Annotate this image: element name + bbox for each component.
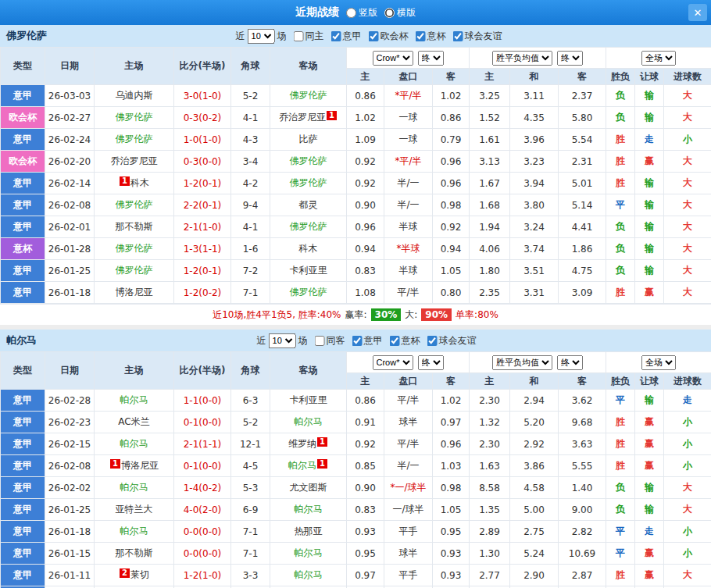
company-final-select[interactable]: 终 <box>418 355 444 370</box>
results-table: 类型日期主场比分(半场)角球客场Crow*终胜平负均值终全场主盘口客主和客胜负让… <box>0 47 711 304</box>
home-odds-cell: 0.92 <box>347 173 384 194</box>
sub-header: 胜负 <box>606 69 635 85</box>
filter-checkbox-label[interactable]: 意杯 <box>416 30 446 43</box>
team-name: 帕尔马 <box>0 333 37 347</box>
date-cell: 26-02-27 <box>45 107 95 129</box>
home-cell: 1博洛尼亚 <box>95 455 174 477</box>
filter-checkbox[interactable] <box>390 336 400 346</box>
close-button[interactable]: ✕ <box>688 4 707 21</box>
match-row: 意甲26-02-08佛罗伦萨2-2(0-1)9-4都灵0.90半/一0.981.… <box>1 194 711 216</box>
handicap-result-cell: 输 <box>635 107 664 129</box>
handicap-result-cell: 输 <box>635 260 664 282</box>
date-cell: 26-01-15 <box>45 543 95 565</box>
away-cell: 都灵 <box>270 194 347 216</box>
company-final-select[interactable]: 终 <box>418 51 444 66</box>
result-cell: 胜 <box>606 433 635 455</box>
avg-away-cell: 2.31 <box>559 151 606 173</box>
filter-checkbox[interactable] <box>453 31 463 41</box>
home-cell: 那不勒斯 <box>95 543 174 565</box>
sections-container: 佛罗伦萨近10场同主意甲欧会杯意杯球会友谊类型日期主场比分(半场)角球客场Cro… <box>0 25 711 588</box>
filter-checkbox-label[interactable]: 球会友谊 <box>453 30 502 43</box>
filter-bar: 近10场同客意甲意杯球会友谊 <box>257 333 477 348</box>
filter-checkbox-label[interactable]: 意甲 <box>331 30 362 43</box>
filter-checkbox-label[interactable]: 球会友谊 <box>427 334 477 347</box>
layout-option-horizontal[interactable]: 横版 <box>384 6 416 20</box>
recent-count-select[interactable]: 10 <box>248 29 275 44</box>
filter-checkbox-label[interactable]: 意甲 <box>352 334 383 347</box>
filter-checkbox-label[interactable]: 意杯 <box>390 334 420 347</box>
handicap-result-cell: 输 <box>635 173 664 194</box>
handicap-cell: 半/一 <box>384 173 433 194</box>
corner-cell: 5-2 <box>231 85 270 107</box>
away-cell: 卡利亚里 <box>270 260 347 282</box>
sub-header: 盘口 <box>384 69 433 85</box>
home-team-name: 乌迪内斯 <box>116 90 153 101</box>
avg-home-cell: 1.32 <box>470 412 510 433</box>
filter-checkbox-label[interactable]: 同客 <box>315 334 345 347</box>
avg-home-cell: 1.94 <box>470 216 510 238</box>
recent-count-select[interactable]: 10 <box>269 333 296 348</box>
filter-checkbox[interactable] <box>369 31 379 41</box>
home-cell: 乔治罗尼亚 <box>95 151 174 173</box>
avg-final-select[interactable]: 终 <box>557 51 583 66</box>
filter-checkbox-label[interactable]: 欧会杯 <box>369 30 409 43</box>
handicap-cell: 半球 <box>384 216 433 238</box>
away-team-name: 维罗纳 <box>288 438 316 449</box>
games-label: 场 <box>277 30 287 43</box>
summary-bar: 近10场,胜4平1负5, 胜率:40%赢率:30%大:90%单率:80% <box>0 304 711 325</box>
filter-checkbox[interactable] <box>315 336 325 346</box>
goals-cell: 大 <box>664 282 711 304</box>
home-odds-cell: 0.86 <box>347 390 384 412</box>
filter-checkbox[interactable] <box>331 31 341 41</box>
league-cell: 欧会杯 <box>1 151 45 173</box>
avg-draw-cell: 4.58 <box>510 477 559 499</box>
filter-checkbox[interactable] <box>427 336 438 346</box>
away-cell: 帕尔马 <box>270 499 347 521</box>
home-team-name: 帕尔马 <box>120 482 148 493</box>
home-cell: 帕尔马 <box>95 433 174 455</box>
scope-select[interactable]: 全场 <box>641 51 676 66</box>
filter-checkbox[interactable] <box>416 31 426 41</box>
red-card-badge: 1 <box>317 459 327 469</box>
layout-option-vertical[interactable]: 竖版 <box>346 6 377 20</box>
avg-away-cell: 5.55 <box>559 455 606 477</box>
avg-final-select[interactable]: 终 <box>557 355 583 370</box>
sub-header: 进球数 <box>664 373 711 390</box>
away-team-name: 佛罗伦萨 <box>290 90 327 101</box>
avg-away-cell: 9.68 <box>559 412 606 433</box>
away-odds-cell: 1.03 <box>433 455 470 477</box>
home-odds-cell: 1.02 <box>347 107 384 129</box>
date-cell: 26-02-24 <box>45 129 95 151</box>
home-cell: 佛罗伦萨 <box>95 107 174 129</box>
away-cell: 佛罗伦萨 <box>270 151 347 173</box>
result-cell: 平 <box>606 194 635 216</box>
league-cell: 意甲 <box>1 85 45 107</box>
home-odds-cell: 0.92 <box>347 433 384 455</box>
handicap-cell: 一球 <box>384 129 433 151</box>
home-odds-cell: 0.83 <box>347 260 384 282</box>
away-cell: 热那亚 <box>270 521 347 543</box>
away-cell: 帕尔马 <box>270 565 347 586</box>
filter-checkbox[interactable] <box>294 31 304 41</box>
horizontal-layout-label: 横版 <box>397 6 416 20</box>
scope-select[interactable]: 全场 <box>641 355 676 370</box>
horizontal-layout-radio[interactable] <box>384 8 395 18</box>
filter-checkbox[interactable] <box>352 336 363 346</box>
goals-cell: 大 <box>664 173 711 194</box>
away-odds-cell: 0.80 <box>433 282 470 304</box>
red-card-badge: 1 <box>327 111 337 120</box>
odds-select-cell: 全场 <box>606 48 711 69</box>
handicap-result-cell: 赢 <box>635 282 664 304</box>
result-cell: 胜 <box>606 565 635 586</box>
company-select[interactable]: Crow* <box>373 355 413 370</box>
company-select[interactable]: Crow* <box>373 51 413 66</box>
avg-odds-select[interactable]: 胜平负均值 <box>492 51 552 66</box>
filter-checkbox-label[interactable]: 同主 <box>294 30 324 43</box>
result-cell: 胜 <box>606 455 635 477</box>
vertical-layout-radio[interactable] <box>346 8 356 18</box>
handicap-cell: 一/球半 <box>384 499 433 521</box>
avg-odds-select[interactable]: 胜平负均值 <box>492 355 552 370</box>
date-cell: 26-02-02 <box>45 477 95 499</box>
match-row: 意甲26-02-23AC米兰0-1(0-0)5-2帕尔马0.91球半0.971.… <box>1 412 711 433</box>
result-cell: 负 <box>606 499 635 521</box>
